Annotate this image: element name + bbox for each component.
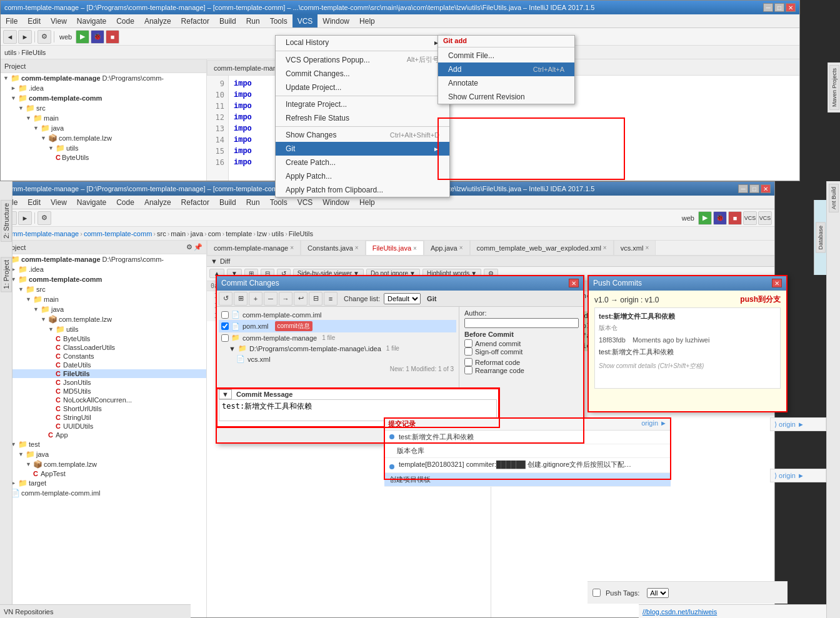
tree-main[interactable]: ▼ 📁 main bbox=[1, 113, 206, 123]
signoff-checkbox[interactable] bbox=[464, 347, 472, 356]
vcs-commit-changes[interactable]: Commit Changes... bbox=[276, 67, 449, 81]
blog-text[interactable]: //blog.csdn.net/luzhiweis bbox=[642, 608, 717, 616]
vcs-local-history[interactable]: Local History ► bbox=[276, 36, 449, 49]
tree-java[interactable]: ▼ 📁 java bbox=[1, 123, 206, 133]
tree-utils[interactable]: ▼ 📁 utils bbox=[1, 143, 206, 153]
git-commit-file[interactable]: Commit File... bbox=[438, 49, 574, 62]
cd-undo[interactable]: ↩ bbox=[294, 292, 308, 306]
database-tab[interactable]: Database bbox=[816, 222, 826, 253]
cd-collapse[interactable]: ≡ bbox=[324, 292, 338, 306]
b-menu-vcs[interactable]: VCS bbox=[292, 196, 318, 209]
bc-utils[interactable]: utils bbox=[4, 49, 17, 56]
commit-dialog-close[interactable]: ✕ bbox=[569, 279, 579, 287]
tree-pkg[interactable]: ▼ 📦 com.template.lzw bbox=[1, 133, 206, 143]
b-bc-main[interactable]: main bbox=[171, 230, 186, 237]
file-checkbox-pom[interactable] bbox=[221, 322, 229, 330]
b-tree-shorturl[interactable]: C ShortUrlUtils bbox=[1, 404, 206, 413]
file-checkbox-iml[interactable] bbox=[221, 311, 229, 319]
b-menu-edit[interactable]: Edit bbox=[22, 196, 46, 209]
history-item-3[interactable]: template[B20180321] commiter:██████ 创建.g… bbox=[384, 458, 671, 473]
bc-fileutils[interactable]: FileUtils bbox=[21, 49, 46, 56]
cd-minus[interactable]: ─ bbox=[264, 292, 278, 306]
b-bc-comm[interactable]: comm-template-comm bbox=[84, 230, 152, 237]
push-tags-checkbox[interactable] bbox=[592, 589, 601, 597]
sidebar-pin[interactable]: 📌 bbox=[194, 243, 202, 251]
forward-btn[interactable]: ► bbox=[18, 30, 32, 44]
b-menu-build[interactable]: Build bbox=[214, 196, 241, 209]
bottom-maximize[interactable]: □ bbox=[749, 184, 759, 193]
menu-vcs[interactable]: VCS bbox=[292, 14, 318, 27]
menu-build[interactable]: Build bbox=[214, 14, 241, 27]
vcs-apply-patch[interactable]: Apply Patch... bbox=[276, 169, 449, 183]
git-show-revision[interactable]: Show Current Revision bbox=[438, 90, 574, 104]
file-item-idea[interactable]: ▼ 📁 D:\Programs\comm-template-manage\.id… bbox=[219, 343, 456, 354]
menu-view[interactable]: View bbox=[46, 14, 72, 27]
reformat-checkbox[interactable] bbox=[464, 358, 472, 366]
b-tree-test-java[interactable]: ▼ 📁 java bbox=[1, 449, 206, 459]
tree-src[interactable]: ▼ 📁 src bbox=[1, 103, 206, 113]
ant-build-tab[interactable]: Ant Build bbox=[829, 184, 839, 212]
b-menu-code[interactable]: Code bbox=[111, 196, 139, 209]
b-tree-java[interactable]: ▼ 📁 java bbox=[1, 304, 206, 314]
history-item-1[interactable]: test:新增文件工具和依赖 bbox=[384, 431, 671, 444]
b-tree-root[interactable]: ▼ 📁 comm-template-manage D:\Programs\com… bbox=[1, 254, 206, 264]
menu-refactor[interactable]: Refactor bbox=[176, 14, 214, 27]
amend-checkbox[interactable] bbox=[464, 339, 472, 347]
structure-tab[interactable]: 2: Structure bbox=[1, 200, 12, 242]
b-run-btn[interactable]: ▶ bbox=[698, 211, 712, 225]
b-menu-view[interactable]: View bbox=[46, 196, 72, 209]
vcs-update-project[interactable]: Update Project... bbox=[276, 81, 449, 94]
tree-byteutils[interactable]: C ByteUtils bbox=[1, 153, 206, 162]
b-tree-app[interactable]: C App bbox=[1, 431, 206, 439]
project-tab-left[interactable]: 1: Project bbox=[1, 257, 12, 292]
b-tree-target[interactable]: ► 📁 target bbox=[1, 478, 206, 488]
close-btn[interactable]: ✕ bbox=[786, 3, 796, 12]
cd-expand[interactable]: ⊟ bbox=[309, 292, 322, 306]
rearrange-checkbox[interactable] bbox=[464, 366, 472, 374]
changelist-select[interactable]: Default bbox=[384, 293, 421, 304]
b-menu-analyze[interactable]: Analyze bbox=[139, 196, 176, 209]
b-tree-stringutil[interactable]: C StringUtil bbox=[1, 413, 206, 422]
b-bc-manage[interactable]: comm-template-manage bbox=[4, 230, 79, 237]
b-tree-uuidutils[interactable]: C UUIDUtils bbox=[1, 422, 206, 431]
b-tree-fileutils[interactable]: C FileUtils bbox=[1, 369, 206, 378]
b-tree-apptest[interactable]: C AppTest bbox=[1, 469, 206, 478]
cd-move[interactable]: → bbox=[279, 292, 292, 306]
b-tree-test-pkg[interactable]: ▼ 📦 com.template.lzw bbox=[1, 459, 206, 469]
debug-btn[interactable]: 🐞 bbox=[91, 30, 104, 44]
b-menu-run[interactable]: Run bbox=[241, 196, 265, 209]
tree-comm[interactable]: ▼ 📁 comm-template-comm bbox=[1, 93, 206, 103]
b-tree-iml[interactable]: 📄 comm-template-comm.iml bbox=[1, 488, 206, 498]
b-menu-navigate[interactable]: Navigate bbox=[72, 196, 111, 209]
settings-btn[interactable]: ⚙ bbox=[38, 30, 51, 44]
push-show-details[interactable]: Show commit details (Ctrl+Shift+空格) bbox=[599, 362, 776, 371]
file-item-pom[interactable]: 📄 pom.xml commit信息 bbox=[219, 320, 456, 332]
vcs-refresh-status[interactable]: Refresh File Status bbox=[276, 111, 449, 125]
git-annotate[interactable]: Annotate bbox=[438, 76, 574, 90]
menu-code[interactable]: Code bbox=[111, 14, 139, 27]
menu-analyze[interactable]: Analyze bbox=[139, 14, 176, 27]
vcs-apply-patch-clipboard[interactable]: Apply Patch from Clipboard... bbox=[276, 183, 449, 197]
b-bc-lzw[interactable]: lzw bbox=[257, 230, 267, 237]
vcs-operations-popup[interactable]: VCS Operations Popup... Alt+后引号 bbox=[276, 52, 449, 67]
b-settings-btn[interactable]: ⚙ bbox=[38, 211, 51, 225]
git-add[interactable]: Add Ctrl+Alt+A bbox=[438, 62, 574, 76]
b-debug-btn[interactable]: 🐞 bbox=[713, 211, 727, 225]
menu-file[interactable]: File bbox=[1, 14, 22, 27]
b-tab-manage[interactable]: comm-template-manage × bbox=[207, 241, 301, 255]
commit-msg-expand[interactable]: ▼ bbox=[219, 389, 232, 399]
b-forward-btn[interactable]: ► bbox=[18, 211, 32, 225]
b-bc-java[interactable]: java bbox=[191, 230, 203, 237]
menu-tools[interactable]: Tools bbox=[265, 14, 292, 27]
file-checkbox-manage[interactable] bbox=[221, 334, 229, 342]
minimize-btn[interactable]: ─ bbox=[763, 3, 773, 12]
b-bc-com[interactable]: com bbox=[208, 230, 221, 237]
b-stop-btn[interactable]: ■ bbox=[728, 211, 742, 225]
cd-plus[interactable]: + bbox=[249, 292, 262, 306]
diff-collapse-arrow[interactable]: ▼ bbox=[211, 257, 218, 265]
vcs-show-changes[interactable]: Show Changes Ctrl+Alt+Shift+D bbox=[276, 128, 449, 142]
stop-btn[interactable]: ■ bbox=[106, 30, 119, 44]
b-tree-utils-folder[interactable]: ▼ 📁 utils bbox=[1, 324, 206, 334]
b-bc-fileutils[interactable]: FileUtils bbox=[289, 230, 313, 237]
menu-edit[interactable]: Edit bbox=[22, 14, 46, 27]
